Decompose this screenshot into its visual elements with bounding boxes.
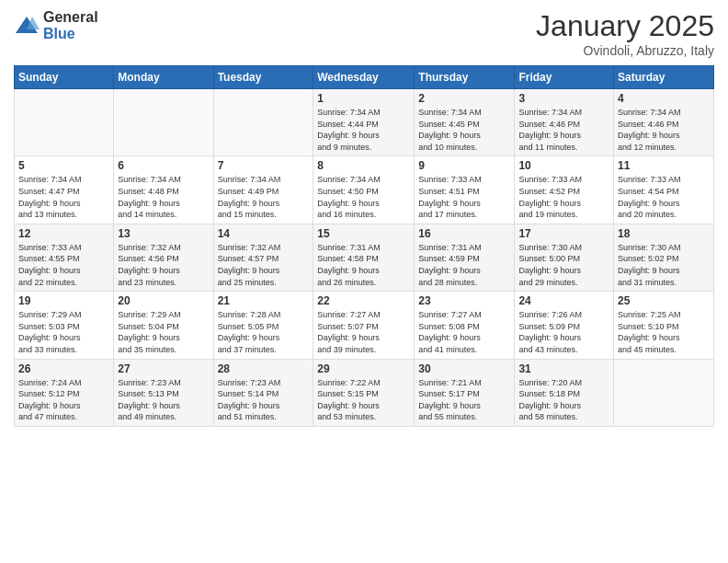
calendar-cell: 19Sunrise: 7:29 AM Sunset: 5:03 PM Dayli… [15, 292, 114, 359]
calendar-cell [15, 89, 114, 156]
day-number: 1 [317, 92, 410, 105]
day-info: Sunrise: 7:32 AM Sunset: 4:56 PM Dayligh… [118, 242, 209, 288]
page: General Blue January 2025 Ovindoli, Abru… [0, 0, 728, 563]
day-info: Sunrise: 7:30 AM Sunset: 5:00 PM Dayligh… [518, 242, 609, 288]
calendar-cell: 22Sunrise: 7:27 AM Sunset: 5:07 PM Dayli… [313, 292, 415, 359]
day-number: 16 [418, 227, 510, 240]
day-number: 17 [518, 227, 609, 240]
day-info: Sunrise: 7:31 AM Sunset: 4:59 PM Dayligh… [418, 242, 510, 288]
logo-text: General Blue [43, 9, 98, 41]
day-info: Sunrise: 7:29 AM Sunset: 5:03 PM Dayligh… [18, 309, 109, 355]
day-number: 15 [317, 227, 410, 240]
day-info: Sunrise: 7:30 AM Sunset: 5:02 PM Dayligh… [618, 242, 710, 288]
location-title: Ovindoli, Abruzzo, Italy [536, 43, 714, 58]
calendar-cell: 21Sunrise: 7:28 AM Sunset: 5:05 PM Dayli… [213, 292, 313, 359]
calendar-cell: 3Sunrise: 7:34 AM Sunset: 4:46 PM Daylig… [515, 89, 614, 156]
calendar: SundayMondayTuesdayWednesdayThursdayFrid… [14, 65, 714, 427]
day-info: Sunrise: 7:33 AM Sunset: 4:51 PM Dayligh… [418, 174, 510, 220]
day-number: 4 [618, 92, 710, 105]
header: General Blue January 2025 Ovindoli, Abru… [14, 9, 714, 58]
calendar-cell: 25Sunrise: 7:25 AM Sunset: 5:10 PM Dayli… [614, 292, 714, 359]
calendar-week-row: 1Sunrise: 7:34 AM Sunset: 4:44 PM Daylig… [15, 89, 714, 156]
day-number: 5 [18, 159, 109, 172]
day-number: 6 [118, 159, 209, 172]
calendar-cell: 15Sunrise: 7:31 AM Sunset: 4:58 PM Dayli… [313, 224, 415, 291]
calendar-cell: 8Sunrise: 7:34 AM Sunset: 4:50 PM Daylig… [313, 156, 415, 224]
weekday-header: Friday [515, 66, 614, 89]
day-number: 10 [518, 159, 609, 172]
day-info: Sunrise: 7:34 AM Sunset: 4:47 PM Dayligh… [18, 174, 109, 220]
day-info: Sunrise: 7:33 AM Sunset: 4:52 PM Dayligh… [518, 174, 609, 220]
day-number: 8 [317, 159, 410, 172]
calendar-week-row: 12Sunrise: 7:33 AM Sunset: 4:55 PM Dayli… [15, 224, 714, 291]
calendar-cell [614, 359, 714, 426]
day-info: Sunrise: 7:34 AM Sunset: 4:49 PM Dayligh… [218, 174, 310, 220]
calendar-cell [213, 89, 313, 156]
month-title: January 2025 [536, 9, 714, 43]
day-number: 7 [218, 159, 310, 172]
day-number: 24 [518, 294, 609, 307]
day-info: Sunrise: 7:32 AM Sunset: 4:57 PM Dayligh… [218, 242, 310, 288]
day-number: 20 [118, 294, 209, 307]
day-number: 31 [518, 362, 609, 375]
day-info: Sunrise: 7:29 AM Sunset: 5:04 PM Dayligh… [118, 309, 209, 355]
calendar-cell: 18Sunrise: 7:30 AM Sunset: 5:02 PM Dayli… [614, 224, 714, 291]
calendar-week-row: 26Sunrise: 7:24 AM Sunset: 5:12 PM Dayli… [15, 359, 714, 426]
calendar-cell: 5Sunrise: 7:34 AM Sunset: 4:47 PM Daylig… [15, 156, 114, 224]
day-number: 26 [18, 362, 109, 375]
weekday-header-row: SundayMondayTuesdayWednesdayThursdayFrid… [15, 66, 714, 89]
day-info: Sunrise: 7:33 AM Sunset: 4:54 PM Dayligh… [618, 174, 710, 220]
calendar-cell: 27Sunrise: 7:23 AM Sunset: 5:13 PM Dayli… [114, 359, 213, 426]
day-info: Sunrise: 7:26 AM Sunset: 5:09 PM Dayligh… [518, 309, 609, 355]
day-info: Sunrise: 7:33 AM Sunset: 4:55 PM Dayligh… [18, 242, 109, 288]
calendar-cell [114, 89, 213, 156]
day-number: 13 [118, 227, 209, 240]
day-number: 9 [418, 159, 510, 172]
calendar-cell: 20Sunrise: 7:29 AM Sunset: 5:04 PM Dayli… [114, 292, 213, 359]
day-info: Sunrise: 7:28 AM Sunset: 5:05 PM Dayligh… [218, 309, 310, 355]
calendar-cell: 11Sunrise: 7:33 AM Sunset: 4:54 PM Dayli… [614, 156, 714, 224]
logo-blue: Blue [43, 26, 98, 42]
day-info: Sunrise: 7:25 AM Sunset: 5:10 PM Dayligh… [618, 309, 710, 355]
day-number: 28 [218, 362, 310, 375]
calendar-cell: 28Sunrise: 7:23 AM Sunset: 5:14 PM Dayli… [213, 359, 313, 426]
day-number: 3 [518, 92, 609, 105]
calendar-cell: 31Sunrise: 7:20 AM Sunset: 5:18 PM Dayli… [515, 359, 614, 426]
day-number: 27 [118, 362, 209, 375]
weekday-header: Sunday [15, 66, 114, 89]
weekday-header: Thursday [415, 66, 515, 89]
calendar-cell: 7Sunrise: 7:34 AM Sunset: 4:49 PM Daylig… [213, 156, 313, 224]
title-block: January 2025 Ovindoli, Abruzzo, Italy [536, 9, 714, 58]
day-info: Sunrise: 7:20 AM Sunset: 5:18 PM Dayligh… [518, 377, 609, 423]
day-number: 21 [218, 294, 310, 307]
calendar-cell: 16Sunrise: 7:31 AM Sunset: 4:59 PM Dayli… [415, 224, 515, 291]
calendar-cell: 29Sunrise: 7:22 AM Sunset: 5:15 PM Dayli… [313, 359, 415, 426]
day-info: Sunrise: 7:34 AM Sunset: 4:46 PM Dayligh… [618, 107, 710, 153]
calendar-cell: 1Sunrise: 7:34 AM Sunset: 4:44 PM Daylig… [313, 89, 415, 156]
calendar-week-row: 5Sunrise: 7:34 AM Sunset: 4:47 PM Daylig… [15, 156, 714, 224]
day-info: Sunrise: 7:27 AM Sunset: 5:08 PM Dayligh… [418, 309, 510, 355]
day-info: Sunrise: 7:24 AM Sunset: 5:12 PM Dayligh… [18, 377, 109, 423]
calendar-cell: 24Sunrise: 7:26 AM Sunset: 5:09 PM Dayli… [515, 292, 614, 359]
day-number: 29 [317, 362, 410, 375]
calendar-cell: 2Sunrise: 7:34 AM Sunset: 4:45 PM Daylig… [415, 89, 515, 156]
calendar-cell: 9Sunrise: 7:33 AM Sunset: 4:51 PM Daylig… [415, 156, 515, 224]
calendar-cell: 30Sunrise: 7:21 AM Sunset: 5:17 PM Dayli… [415, 359, 515, 426]
weekday-header: Wednesday [313, 66, 415, 89]
day-number: 11 [618, 159, 710, 172]
day-info: Sunrise: 7:21 AM Sunset: 5:17 PM Dayligh… [418, 377, 510, 423]
day-number: 14 [218, 227, 310, 240]
calendar-cell: 6Sunrise: 7:34 AM Sunset: 4:48 PM Daylig… [114, 156, 213, 224]
calendar-cell: 4Sunrise: 7:34 AM Sunset: 4:46 PM Daylig… [614, 89, 714, 156]
day-number: 30 [418, 362, 510, 375]
logo-icon [14, 13, 40, 39]
calendar-cell: 12Sunrise: 7:33 AM Sunset: 4:55 PM Dayli… [15, 224, 114, 291]
day-info: Sunrise: 7:34 AM Sunset: 4:50 PM Dayligh… [317, 174, 410, 220]
day-number: 12 [18, 227, 109, 240]
day-info: Sunrise: 7:34 AM Sunset: 4:44 PM Dayligh… [317, 107, 410, 153]
day-number: 25 [618, 294, 710, 307]
day-info: Sunrise: 7:22 AM Sunset: 5:15 PM Dayligh… [317, 377, 410, 423]
day-number: 23 [418, 294, 510, 307]
calendar-week-row: 19Sunrise: 7:29 AM Sunset: 5:03 PM Dayli… [15, 292, 714, 359]
day-number: 18 [618, 227, 710, 240]
